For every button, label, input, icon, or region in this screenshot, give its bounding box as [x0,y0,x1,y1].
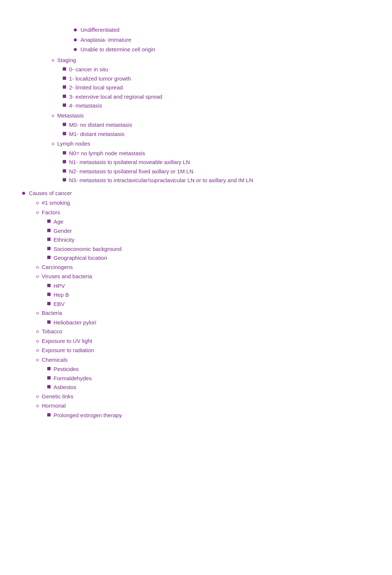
chemicals-list: Pesticides Formaldehydes Asbestos [36,365,370,392]
sq-bullet-icon [47,385,51,388]
chemicals-item: o Chemicals Pesticides Formaldehydes Asb… [29,356,370,392]
item-text: N2- metastasis to ipsilateral fixed axil… [69,167,370,176]
bacteria-list: Heliobacter pylori [36,319,370,327]
o-bullet-icon: o [36,263,39,271]
tobacco-label: Tobacco [42,327,62,336]
metastasis-list: M0- no distant metastasis M1- distant me… [52,121,370,138]
sq-bullet-icon [63,103,66,107]
uv-item: o Exposure to UV light [29,337,370,346]
list-item: Ethnicity [47,236,370,244]
smoking-label: #1 smoking [42,199,70,207]
list-item: Gender [47,227,370,235]
item-text: Asbestos [54,383,370,392]
list-item: Undifferentiated [74,26,370,34]
o-bullet-icon: o [52,140,54,147]
item-text: Anaplasia- immature [80,36,131,44]
bullet-icon [74,28,77,31]
list-item: Unable to determine cell origin [74,45,370,54]
top-bullet-section: Undifferentiated Anaplasia- immature Una… [22,26,370,54]
o-bullet-icon: o [52,112,54,119]
o-bullet-icon: o [36,356,39,364]
tobacco-item: o Tobacco [29,327,370,336]
bullet-icon [22,192,25,195]
list-item: Pesticides [47,365,370,374]
o-bullet-icon: o [36,309,39,317]
item-text: 1- localized tumor growth [69,75,370,83]
list-item: Prolonged estrogen therapy [47,411,370,420]
sq-bullet-icon [63,132,66,135]
list-item: 2- limited local spread [63,84,370,92]
sq-bullet-icon [63,67,66,71]
list-item: N2- metastasis to ipsilateral fixed axil… [63,167,370,176]
sq-bullet-icon [47,220,51,223]
list-item: M1- distant metastasis [63,130,370,139]
sq-bullet-icon [63,151,66,154]
list-item: M0- no distant metastasis [63,121,370,129]
bullet-icon [74,38,77,41]
list-item: 1- localized tumor growth [63,75,370,83]
sq-bullet-icon [47,293,51,296]
list-item: HPV [47,282,370,290]
list-item: 0- cancer in situ [63,65,370,74]
o-bullet-icon: o [36,327,39,335]
causes-section: Causes of cancer o #1 smoking o Factors … [22,189,370,421]
bacteria-label: Bacteria [42,309,62,317]
staging-list: 0- cancer in situ 1- localized tumor gro… [52,65,370,110]
sq-bullet-icon [47,284,51,287]
smoking-item: o #1 smoking [29,199,370,207]
item-text: 0- cancer in situ [69,65,370,74]
sq-bullet-icon [47,367,51,370]
list-item: Socioeconomic background [47,245,370,254]
list-item: Formaldehydes [47,374,370,383]
item-text: Undifferentiated [80,26,120,34]
factors-list: Age Gender Ethnicity Socioeconomic backg… [36,218,370,262]
item-text: Ethnicity [54,236,370,244]
carcinogens-item: o Carcinogens [29,263,370,272]
item-text: 3- extensive local and regional spread [69,93,370,101]
item-text: N1- metastasis to ipsilateral moveable a… [69,158,370,167]
sq-bullet-icon [47,247,51,250]
list-item: Asbestos [47,383,370,392]
item-text: Unable to determine cell origin [80,45,155,54]
metastasis-section: o Metastasis M0- no distant metastasis M… [22,112,370,139]
list-item: N1- metastasis to ipsilateral moveable a… [63,158,370,167]
factors-label: Factors [42,208,60,217]
sq-bullet-icon [47,320,51,324]
causes-label: Causes of cancer [29,190,72,196]
sq-bullet-icon [63,76,66,80]
genetic-item: o Genetic links [29,392,370,401]
item-text: 4- metastasis [69,102,370,110]
o-bullet-icon: o [36,272,39,280]
sq-bullet-icon [47,238,51,241]
item-text: Hep B [54,291,370,299]
hormonal-label: Hormonal [42,402,66,410]
item-text: Age [54,218,370,226]
o-bullet-icon: o [36,402,39,409]
metastasis-label: Metastasis [57,112,84,120]
bullet-icon [74,48,77,51]
page-content: Undifferentiated Anaplasia- immature Una… [22,15,370,420]
carcinogens-label: Carcinogens [42,263,73,272]
item-text: Geographical location [54,254,370,262]
radiation-item: o Exposure to radiation [29,346,370,355]
sq-bullet-icon [47,413,51,416]
item-text: 2- limited local spread [69,84,370,92]
uv-label: Exposure to UV light [42,337,92,346]
radiation-label: Exposure to radiation [42,346,94,355]
list-item: Heliobacter pylori [47,319,370,327]
sq-bullet-icon [63,178,66,181]
o-bullet-icon: o [36,346,39,354]
list-item: N3- metastasis to intraclavicular/suprac… [63,176,370,185]
item-text: Formaldehydes [54,374,370,383]
bacteria-item: o Bacteria Heliobacter pylori [29,309,370,327]
list-item: EBV [47,300,370,309]
list-item: 4- metastasis [63,102,370,110]
list-item: Hep B [47,291,370,299]
item-text: N3- metastasis to intraclavicular/suprac… [69,176,370,185]
chemicals-label: Chemicals [42,356,68,364]
staging-label: Staging [57,56,76,65]
item-text: N0= no lymph node metastasis [69,149,370,158]
lymph-list: N0= no lymph node metastasis N1- metasta… [52,149,370,185]
item-text: Gender [54,227,370,235]
staging-section: o Staging 0- cancer in situ 1- localized… [22,56,370,110]
